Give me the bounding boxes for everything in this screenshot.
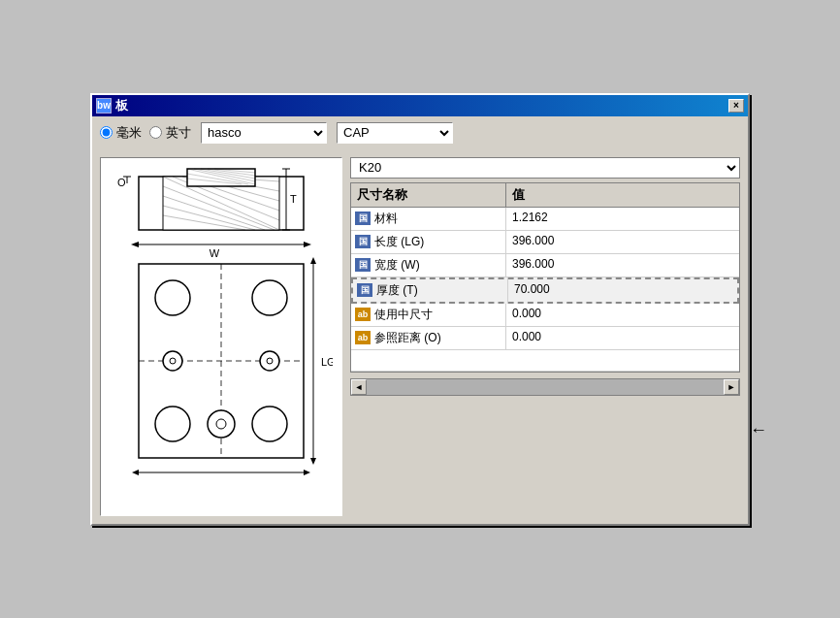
k20-select[interactable]: K20 K10 K30 [350,157,740,179]
title-bar: bw 板 × [92,95,748,116]
diagram-svg: T O W [110,167,333,506]
unit-inch-text: 英寸 [166,124,191,142]
svg-point-37 [252,407,287,441]
svg-point-34 [155,280,190,315]
unit-inch-label[interactable]: 英寸 [149,124,191,142]
type-dropdown-wrapper[interactable]: CAP A B [337,122,453,144]
cell-name-1: 国 长度 (LG) [351,231,506,253]
cell-value-2: 396.000 [506,254,739,276]
cell-name-4: ab 使用中尺寸 [351,304,506,326]
svg-marker-29 [304,242,311,247]
row-icon-3: 国 [357,283,372,297]
cell-name-text-2: 宽度 (W) [374,257,420,274]
svg-text:T: T [290,193,297,205]
diagram-panel: T O W [100,157,342,516]
cell-name-text-0: 材料 [374,211,398,227]
close-button[interactable]: × [728,99,744,113]
table-row: ab 参照距离 (O) 0.000 [351,327,739,350]
title-bar-left: bw 板 [96,97,128,114]
table-header: 尺寸名称 值 [351,183,739,208]
main-window: bw 板 × 毫米 英寸 hasco dme meusburger [90,93,750,526]
data-table-container: 尺寸名称 值 国 材料 1.2162 国 [350,182,740,373]
svg-point-36 [155,407,190,441]
header-value: 值 [506,183,739,207]
row-icon-4: ab [355,308,371,321]
table-row-empty [351,350,739,372]
table-row: 国 材料 1.2162 [351,208,739,231]
svg-marker-49 [132,470,139,475]
cell-name-text-5: 参照距离 (O) [374,330,441,346]
cell-name-0: 国 材料 [351,208,506,230]
cell-name-2: 国 宽度 (W) [351,254,506,276]
k20-dropdown-wrapper[interactable]: K20 K10 K30 [350,157,740,179]
cell-name-5: ab 参照距离 (O) [351,327,506,349]
table-row: ab 使用中尺寸 0.000 [351,304,739,327]
cell-name-text-4: 使用中尺寸 [374,307,433,323]
row-icon-2: 国 [355,258,371,272]
svg-text:O: O [117,177,126,188]
svg-point-43 [216,419,226,429]
arrow-indicator: ← [750,420,767,440]
cell-value-4: 0.000 [506,304,739,326]
row-icon-5: ab [355,331,371,344]
svg-text:LG: LG [321,356,333,368]
scroll-right-button[interactable]: ► [724,379,739,395]
table-row: 国 长度 (LG) 396.000 [351,231,739,254]
toolbar: 毫米 英寸 hasco dme meusburger CAP A B [92,116,748,149]
window-title: 板 [115,97,128,114]
row-icon-0: 国 [355,211,371,225]
type-select[interactable]: CAP A B [337,122,453,144]
cell-name-3: 国 厚度 (T) [353,279,508,302]
table-row: 国 宽度 (W) 396.000 [351,254,739,277]
horizontal-scrollbar[interactable]: ◄ ► [350,378,740,396]
header-name: 尺寸名称 [351,183,506,207]
unit-mm-radio[interactable] [100,126,113,139]
content-area: T O W [92,149,748,524]
unit-mm-label[interactable]: 毫米 [100,124,142,142]
svg-marker-28 [131,242,139,247]
scroll-track[interactable] [367,379,724,395]
svg-marker-45 [310,257,316,264]
unit-radio-group: 毫米 英寸 [100,124,191,142]
table-row-highlighted: 国 厚度 (T) 70.000 [351,277,739,304]
cell-value-3: 70.000 [508,279,737,302]
svg-marker-46 [310,458,316,465]
app-icon: bw [96,98,112,114]
unit-mm-text: 毫米 [116,124,142,142]
row-icon-1: 国 [355,235,371,248]
svg-marker-50 [304,470,310,475]
svg-point-41 [267,358,273,364]
cell-value-1: 396.000 [506,231,739,253]
data-table: 尺寸名称 值 国 材料 1.2162 国 [350,182,740,373]
unit-inch-radio[interactable] [149,126,162,139]
data-panel: K20 K10 K30 尺寸名称 值 国 材料 [350,157,740,516]
scroll-left-button[interactable]: ◄ [351,379,367,395]
svg-point-35 [252,280,287,315]
app-icon-text: bw [97,100,111,111]
supplier-dropdown-wrapper[interactable]: hasco dme meusburger [201,122,327,144]
supplier-select[interactable]: hasco dme meusburger [201,122,327,144]
cell-value-5: 0.000 [506,327,739,349]
cell-value-0: 1.2162 [506,208,739,230]
cell-name-text-1: 长度 (LG) [374,234,424,250]
svg-text:W: W [210,247,220,259]
cell-name-text-3: 厚度 (T) [376,282,418,299]
svg-point-39 [170,358,176,364]
